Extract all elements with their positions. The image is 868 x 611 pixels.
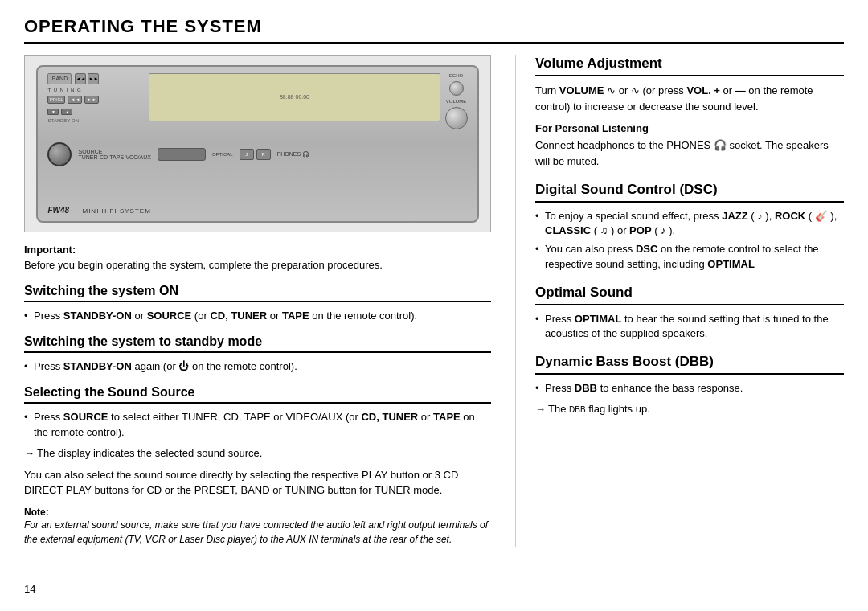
important-text: Before you begin operating the system, c…: [24, 259, 491, 271]
dbb-flag: DBB: [569, 405, 586, 414]
rock-text: ROCK: [775, 210, 805, 222]
right-column: Volume Adjustment Turn VOLUME ∿ or ∿ (or…: [516, 55, 844, 547]
fw48-label: FW48: [47, 206, 69, 215]
tape-bold: TAPE: [433, 411, 461, 423]
jazz-text: JAZZ: [722, 210, 748, 222]
personal-listening-label: For Personal Listening: [535, 122, 844, 134]
sound-source-body: You can also select the sound source dir…: [24, 467, 491, 498]
switch-on-heading: Switching the system ON: [24, 284, 491, 302]
preset-row: ▼ ▲: [47, 109, 144, 115]
optimal-heading: Optimal Sound: [535, 285, 844, 306]
volume-label-device: VOLUME: [446, 99, 466, 104]
dbb-list: Press DBB to enhance the bass response.: [535, 381, 844, 396]
device-top-row: BAND ◄◄ ►► T U N I N G PP/CL ◄◄ ►►: [47, 73, 467, 137]
volume-heading: Volume Adjustment: [535, 55, 844, 76]
display-segments: 88.88 00:00: [280, 94, 309, 100]
switch-standby-section: Switching the system to standby mode Pre…: [24, 334, 491, 374]
source-text: SOURCE: [147, 310, 192, 322]
device-band-row: BAND ◄◄ ►►: [47, 73, 144, 84]
cd-tuner-text: CD, TUNER: [210, 310, 267, 322]
switch-on-list: Press STANDBY-ON or SOURCE (or CD, TUNER…: [24, 309, 491, 323]
optimal-list: Press OPTIMAL to hear the sound setting …: [535, 312, 844, 341]
jazz-btn: J: [240, 149, 254, 160]
volume-body: Turn VOLUME ∿ or ∿ (or press VOL. + or —…: [535, 83, 844, 114]
echo-knob: [449, 81, 464, 96]
note-block: Note: For an external sound source, make…: [24, 506, 491, 547]
optimal-text: OPTIMAL: [707, 258, 755, 270]
device-image: BAND ◄◄ ►► T U N I N G PP/CL ◄◄ ►►: [24, 55, 491, 232]
band-button: BAND: [47, 73, 72, 84]
dsc-buttons: J R: [240, 149, 271, 160]
switch-on-section: Switching the system ON Press STANDBY-ON…: [24, 284, 491, 323]
sound-source-arrow: The display indicates the selected sound…: [24, 446, 491, 461]
skip-fwd-btn: ►►: [84, 96, 99, 104]
standby-label: STANDBY·ON: [47, 118, 144, 123]
important-box: Important: Before you begin operating th…: [24, 244, 491, 271]
rock-btn: R: [256, 149, 271, 160]
power-button-device: [47, 142, 72, 166]
volume-bold: VOLUME: [559, 84, 604, 96]
vol-minus: —: [735, 84, 746, 96]
dbb-arrow: The DBB flag lights up.: [535, 402, 844, 416]
sound-source-heading: Selecting the Sound Source: [24, 385, 491, 404]
personal-listening-text: Connect headphones to the PHONES 🎧 socke…: [535, 137, 844, 169]
note-text: For an external sound source, make sure …: [24, 518, 491, 547]
tape-text: TAPE: [282, 310, 309, 322]
volume-section: Volume Adjustment Turn VOLUME ∿ or ∿ (or…: [535, 55, 844, 169]
display-text: 88.88 00:00: [280, 94, 309, 100]
mini-hifi-label: MINI HIFI SYSTEM: [82, 207, 150, 215]
classic-text: CLASSIC: [545, 224, 591, 236]
preset-buttons: ◄◄ ►►: [75, 73, 99, 84]
dsc-bold: DSC: [636, 243, 657, 255]
dsc-section: Digital Sound Control (DSC) To enjoy a s…: [535, 182, 844, 272]
page-title: OPERATING THE SYSTEM: [24, 16, 844, 44]
source-label: SOURCETUNER-CD-TAPE-VCO/AUX: [78, 149, 150, 160]
preset-btn: ◄◄: [75, 73, 86, 84]
cd-tuner-bold: CD, TUNER: [361, 411, 418, 423]
device-right-knobs: ECHO VOLUME: [445, 73, 468, 129]
left-column: BAND ◄◄ ►► T U N I N G PP/CL ◄◄ ►►: [24, 55, 516, 547]
dsc-list: To enjoy a special sound effect, press J…: [535, 209, 844, 272]
switch-standby-list: Press STANDBY-ON again (or ⏻ on the remo…: [24, 359, 491, 374]
dynamic-bass-btn: [158, 148, 206, 161]
tuning-buttons: PP/CL ◄◄ ►►: [47, 96, 144, 104]
volume-knob: [445, 107, 468, 129]
vol-plus: VOL. +: [686, 84, 720, 96]
device-model: FW48: [47, 206, 69, 215]
device-body: BAND ◄◄ ►► T U N I N G PP/CL ◄◄ ►►: [36, 65, 478, 223]
switch-standby-heading: Switching the system to standby mode: [24, 334, 491, 353]
dsc-item-1: To enjoy a special sound effect, press J…: [535, 209, 844, 238]
pp-class-btn: PP/CL: [47, 96, 65, 104]
dsc-item-2: You can also press DSC on the remote con…: [535, 242, 844, 271]
seg2: 00:00: [295, 94, 309, 100]
skip-back-btn: ◄◄: [68, 96, 82, 104]
dbb-bold: DBB: [575, 382, 597, 394]
sound-source-item: Press SOURCE to select either TUNER, CD,…: [24, 410, 491, 439]
tuning-label: T U N I N G: [47, 88, 144, 92]
seg1: 88.88: [280, 94, 294, 100]
dbb-item: Press DBB to enhance the bass response.: [535, 381, 844, 396]
standby-on-text: STANDBY-ON: [63, 310, 132, 322]
forward-btn: ►►: [88, 73, 99, 84]
preset-up: ▲: [61, 109, 72, 115]
optimal-item: Press OPTIMAL to hear the sound setting …: [535, 312, 844, 341]
optimal-bold: OPTIMAL: [575, 313, 622, 325]
preset-down: ▼: [47, 109, 59, 115]
source-bold: SOURCE: [63, 411, 108, 423]
personal-listening-box: For Personal Listening Connect headphone…: [535, 122, 844, 169]
sound-source-section: Selecting the Sound Source Press SOURCE …: [24, 385, 491, 547]
device-bottom-row: SOURCETUNER-CD-TAPE-VCO/AUX OPTICAL J R …: [47, 142, 467, 166]
sound-source-list: Press SOURCE to select either TUNER, CD,…: [24, 410, 491, 439]
standby-on-again: STANDBY-ON: [63, 360, 132, 372]
pop-text: POP: [629, 224, 651, 236]
page-number: 14: [24, 583, 35, 595]
important-label: Important:: [24, 244, 491, 256]
device-display: 88.88 00:00: [149, 73, 440, 121]
phones-label: PHONES 🎧: [277, 151, 310, 158]
dbb-heading: Dynamic Bass Boost (DBB): [535, 354, 844, 375]
optimal-section: Optimal Sound Press OPTIMAL to hear the …: [535, 285, 844, 341]
dsc-heading: Digital Sound Control (DSC): [535, 182, 844, 203]
device-left-controls: BAND ◄◄ ►► T U N I N G PP/CL ◄◄ ►►: [47, 73, 144, 123]
optical-label: OPTICAL: [212, 152, 233, 157]
switch-on-item: Press STANDBY-ON or SOURCE (or CD, TUNER…: [24, 309, 491, 323]
